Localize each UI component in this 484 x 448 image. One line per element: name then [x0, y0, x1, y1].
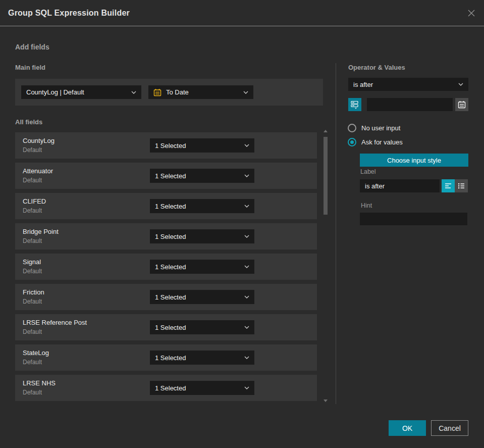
main-field-panel: CountyLog | Default To Date [15, 79, 323, 106]
add-fields-heading: Add fields [15, 43, 49, 51]
chevron-down-icon [244, 326, 249, 329]
field-selection-dropdown[interactable]: 1 Selected [150, 320, 254, 334]
date-type-dropdown[interactable]: To Date [148, 85, 253, 99]
group-sql-expression-builder-dialog: Group SQL Expression Builder Add fields … [0, 0, 484, 448]
field-subtitle: Default [23, 177, 42, 184]
chevron-down-icon [244, 356, 249, 359]
field-selection-value: 1 Selected [155, 263, 241, 271]
hint-input[interactable] [360, 213, 467, 225]
chevron-down-icon [131, 91, 136, 94]
field-row: LRSE NHS Default 1 Selected [15, 375, 317, 401]
field-name: Bridge Point [23, 228, 59, 235]
main-field-heading: Main field [15, 64, 45, 71]
field-selection-dropdown[interactable]: 1 Selected [150, 381, 254, 395]
field-row: CLIFED Default 1 Selected [15, 193, 317, 219]
hint-caption: Hint [361, 202, 372, 209]
label-input[interactable] [360, 179, 440, 192]
field-selection-value: 1 Selected [155, 384, 241, 392]
field-name: CLIFED [23, 197, 46, 205]
calendar-icon [153, 88, 162, 96]
scrollbar-thumb[interactable] [324, 137, 328, 215]
all-fields-list: CountyLog Default 1 Selected Attenuator … [15, 132, 317, 405]
stacked-values-icon [350, 100, 359, 109]
date-type-dropdown-value: To Date [166, 88, 240, 96]
field-name: Signal [23, 258, 41, 266]
radio-unchecked-icon [348, 124, 356, 132]
field-selection-dropdown[interactable]: 1 Selected [150, 138, 254, 153]
field-selection-dropdown[interactable]: 1 Selected [150, 351, 254, 365]
align-left-icon [444, 182, 452, 190]
calendar-icon [458, 101, 466, 109]
titlebar: Group SQL Expression Builder [0, 0, 484, 26]
field-selection-dropdown[interactable]: 1 Selected [150, 260, 254, 274]
single-line-style-button[interactable] [442, 179, 455, 192]
field-selection-dropdown[interactable]: 1 Selected [150, 169, 254, 183]
field-subtitle: Default [23, 237, 42, 244]
cancel-button[interactable]: Cancel [431, 420, 468, 436]
chevron-down-icon [244, 295, 249, 298]
choose-input-style-button[interactable]: Choose input style [360, 154, 468, 167]
close-icon [467, 9, 475, 17]
field-selection-value: 1 Selected [155, 293, 241, 301]
operator-values-heading: Operator & Values [348, 64, 405, 71]
chevron-down-icon [244, 386, 249, 389]
ask-for-values-radio[interactable]: Ask for values [348, 138, 403, 146]
scrollbar-up-arrow[interactable] [324, 130, 328, 132]
chevron-down-icon [243, 91, 248, 94]
chevron-down-icon [244, 235, 249, 238]
all-fields-heading: All fields [15, 118, 42, 126]
field-row: StateLog Default 1 Selected [15, 344, 317, 371]
field-selection-value: 1 Selected [155, 172, 241, 180]
no-user-input-radio[interactable]: No user input [348, 124, 400, 132]
ok-button[interactable]: OK [389, 420, 426, 436]
field-selection-value: 1 Selected [155, 233, 241, 240]
field-row: Signal Default 1 Selected [15, 254, 317, 280]
label-caption: Label [360, 168, 376, 175]
field-selection-dropdown[interactable]: 1 Selected [150, 199, 254, 213]
list-icon [457, 182, 465, 190]
vertical-divider [336, 63, 336, 404]
list-style-button[interactable] [455, 179, 468, 192]
field-selection-value: 1 Selected [155, 142, 241, 150]
field-name: Friction [23, 288, 44, 296]
ask-for-values-label: Ask for values [361, 138, 403, 146]
field-selection-dropdown[interactable]: 1 Selected [150, 229, 254, 243]
field-row: CountyLog Default 1 Selected [15, 132, 317, 159]
chevron-down-icon [244, 144, 249, 147]
field-name: LRSE Reference Post [23, 319, 87, 326]
main-field-dropdown-value: CountyLog | Default [26, 88, 128, 96]
field-subtitle: Default [23, 389, 42, 396]
chevron-down-icon [244, 174, 249, 177]
value-input-type-button[interactable] [348, 98, 361, 111]
chevron-down-icon [244, 265, 249, 268]
field-name: CountyLog [23, 137, 55, 144]
operator-value-input[interactable] [367, 98, 453, 111]
field-selection-value: 1 Selected [155, 354, 241, 362]
field-name: LRSE NHS [23, 379, 56, 387]
field-row: Friction Default 1 Selected [15, 284, 317, 310]
field-selection-value: 1 Selected [155, 324, 241, 331]
radio-checked-icon [348, 138, 356, 146]
field-subtitle: Default [23, 359, 42, 366]
field-selection-value: 1 Selected [155, 203, 241, 210]
no-user-input-label: No user input [361, 124, 400, 132]
field-subtitle: Default [23, 328, 42, 335]
field-row: LRSE Reference Post Default 1 Selected [15, 314, 317, 340]
chevron-down-icon [244, 205, 249, 208]
field-row: Bridge Point Default 1 Selected [15, 223, 317, 250]
field-name: StateLog [23, 349, 49, 357]
field-subtitle: Default [23, 268, 42, 275]
dialog-title: Group SQL Expression Builder [8, 0, 130, 26]
date-picker-button[interactable] [455, 98, 468, 111]
field-subtitle: Default [23, 146, 42, 154]
field-name: Attenuator [23, 167, 53, 175]
field-selection-dropdown[interactable]: 1 Selected [150, 290, 254, 304]
operator-dropdown[interactable]: is after [348, 78, 468, 91]
chevron-down-icon [458, 83, 463, 86]
close-button[interactable] [465, 7, 478, 20]
scrollbar-down-arrow[interactable] [324, 400, 328, 402]
operator-dropdown-value: is after [353, 81, 455, 88]
field-subtitle: Default [23, 207, 42, 214]
main-field-dropdown[interactable]: CountyLog | Default [21, 85, 141, 99]
field-subtitle: Default [23, 298, 42, 305]
